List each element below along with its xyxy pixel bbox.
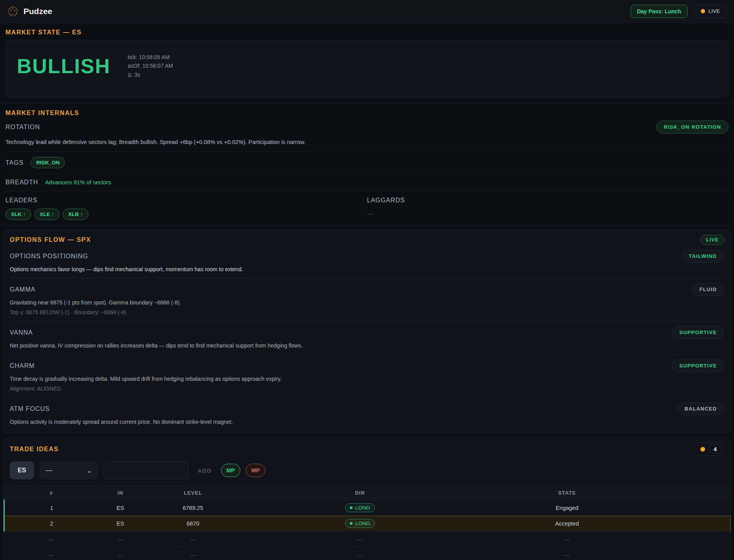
cell-num: 1: [4, 500, 99, 516]
vanna-badge: SUPPORTIVE: [672, 326, 724, 339]
cell-in: ES: [99, 500, 142, 516]
rotation-row: ROTATION RISK_ON ROTATION: [5, 121, 729, 133]
leaders-label: LEADERS: [5, 197, 367, 204]
trade-ideas-table: # IN LEVEL DIR STATE 1 ES 6789.25 LONG E…: [4, 486, 730, 560]
breadth-label: BREADTH: [5, 179, 38, 186]
market-state-title: MARKET STATE — ES: [5, 29, 729, 36]
mp-short-button[interactable]: MP: [246, 464, 265, 477]
options-positioning-text: Options mechanics favor longs — dips fin…: [10, 266, 724, 272]
options-flow-title: OPTIONS FLOW — SPX: [10, 236, 91, 243]
laggards-empty: —: [367, 210, 729, 217]
options-positioning-badge: TAILWIND: [682, 250, 724, 263]
cell-in: ES: [99, 516, 142, 531]
pudzee-logo-icon: [7, 5, 19, 17]
mp-long-button[interactable]: MP: [221, 464, 241, 477]
col-state: STATE: [476, 486, 658, 500]
charm-badge: SUPPORTIVE: [672, 359, 724, 372]
tick-time: tick: 10:58:05 AM: [128, 53, 173, 61]
trade-ideas-card: TRADE IDEAS 4 ES — ⌄ ADD MP MP # IN LEVE…: [3, 437, 731, 560]
charm-text: Time decay is gradually increasing delta…: [10, 376, 724, 382]
col-level: LEVEL: [142, 486, 244, 500]
market-state-meta: tick: 10:58:05 AM asOf: 10:58:07 AM Δ: 3…: [128, 53, 173, 79]
live-indicator: LIVE: [694, 4, 727, 18]
vanna-label: VANNA: [10, 329, 33, 336]
ideas-count-dot-icon: [700, 447, 705, 452]
col-dir: DIR: [244, 486, 476, 500]
market-internals-section: MARKET INTERNALS ROTATION RISK_ON ROTATI…: [0, 103, 734, 226]
options-positioning-label: OPTIONS POSITIONING: [10, 253, 88, 260]
atm-focus-badge: BALANCED: [677, 402, 724, 415]
options-positioning-block: OPTIONS POSITIONING TAILWIND Options mec…: [10, 245, 724, 278]
tags-label: TAGS: [5, 159, 23, 166]
breadth-value: Advancers 91% of sectors: [45, 179, 111, 185]
gamma-detail: Top γ: 6875 BELOW (-1) · Boundary: ~6868…: [10, 309, 724, 315]
cell-level: 6789.25: [142, 500, 244, 516]
rotation-text: Technology lead while defensive sectors …: [5, 133, 729, 152]
symbol-button[interactable]: ES: [10, 461, 34, 479]
breadth-row: BREADTH Advancers 91% of sectors: [5, 174, 729, 191]
ideas-count-value: 4: [709, 445, 721, 454]
rotation-label: ROTATION: [5, 124, 40, 131]
long-dot-icon: [350, 506, 353, 509]
leader-pill: XLK ↑: [5, 209, 31, 220]
charm-alignment: Alignment: ALIGNED: [10, 385, 724, 392]
cell-state: Engaged: [476, 500, 658, 516]
col-in: IN: [99, 486, 142, 500]
tag-pill: RISK_ON: [31, 157, 65, 168]
asof-time: asOf: 10:58:07 AM: [128, 61, 173, 70]
charm-block: CHARM SUPPORTIVE Time decay is gradually…: [10, 355, 724, 398]
options-flow-card: OPTIONS FLOW — SPX LIVE OPTIONS POSITION…: [3, 230, 731, 433]
trade-ideas-controls: ES — ⌄ ADD MP MP: [4, 457, 730, 486]
idea-type-select[interactable]: — ⌄: [40, 461, 98, 479]
charm-label: CHARM: [10, 362, 35, 369]
cell-num: 2: [4, 516, 99, 531]
table-header-row: # IN LEVEL DIR STATE: [4, 486, 731, 500]
gamma-text: Gravitating near 6875 (-1 pts from spot)…: [10, 299, 724, 306]
delta-time: Δ: 3s: [128, 70, 173, 79]
app-header: Pudzee Day Pass: Lunch LIVE: [0, 0, 734, 23]
leader-pill: XLE ↑: [34, 209, 60, 220]
laggards-column: LAGGARDS —: [367, 197, 729, 220]
market-state-section: MARKET STATE — ES BULLISH tick: 10:58:05…: [0, 23, 734, 103]
long-pill: LONG: [345, 503, 375, 512]
options-flow-title-row: OPTIONS FLOW — SPX LIVE: [10, 235, 724, 245]
table-row[interactable]: 1 ES 6789.25 LONG Engaged: [4, 500, 731, 516]
ideas-count-badge: 4: [694, 442, 724, 456]
rotation-badge: RISK_ON ROTATION: [656, 121, 729, 133]
gamma-badge: FLUID: [692, 283, 724, 296]
long-dot-icon: [350, 522, 353, 525]
atm-focus-block: ATM FOCUS BALANCED Options activity is m…: [10, 398, 724, 430]
add-button[interactable]: ADD: [194, 465, 216, 476]
vanna-block: VANNA SUPPORTIVE Net positive vanna. IV …: [10, 321, 724, 355]
tags-row: TAGS RISK_ON: [5, 152, 729, 174]
vanna-text: Net positive vanna. IV compression on ra…: [10, 342, 724, 349]
level-input[interactable]: [104, 461, 188, 479]
app-title: Pudzee: [23, 7, 52, 16]
market-internals-title: MARKET INTERNALS: [5, 110, 729, 117]
trade-ideas-header: TRADE IDEAS 4: [4, 438, 730, 457]
atm-focus-label: ATM FOCUS: [10, 405, 50, 412]
cell-level: 6870: [142, 516, 244, 531]
long-pill: LONG: [345, 519, 375, 528]
table-row-empty: —— —— —: [4, 547, 731, 560]
day-pass-badge: Day Pass: Lunch: [631, 5, 687, 18]
col-num: #: [4, 486, 99, 500]
trade-ideas-title: TRADE IDEAS: [10, 446, 59, 453]
atm-focus-text: Options activity is moderately spread ar…: [10, 419, 724, 425]
cell-state: Accepted: [476, 516, 658, 531]
cell-dir: LONG: [244, 500, 476, 516]
idea-type-select-value: —: [46, 466, 52, 474]
market-state-card: BULLISH tick: 10:58:05 AM asOf: 10:58:07…: [5, 40, 729, 97]
laggards-label: LAGGARDS: [367, 197, 729, 204]
options-flow-live-badge: LIVE: [700, 235, 724, 245]
leaders-column: LEADERS XLK ↑ XLE ↑ XLB ↑: [5, 197, 367, 220]
header-right: Day Pass: Lunch LIVE: [631, 4, 727, 18]
cell-dir: LONG: [244, 516, 476, 531]
leaders-pills: XLK ↑ XLE ↑ XLB ↑: [5, 209, 367, 220]
table-row-selected[interactable]: 2 ES 6870 LONG Accepted: [4, 516, 731, 531]
gamma-label: GAMMA: [10, 286, 35, 293]
options-flow-inner: OPTIONS FLOW — SPX LIVE OPTIONS POSITION…: [4, 230, 730, 433]
table-row-empty: —— —— —: [4, 531, 731, 547]
leaders-laggards-grid: LEADERS XLK ↑ XLE ↑ XLB ↑ LAGGARDS —: [5, 191, 729, 220]
chevron-down-icon: ⌄: [87, 467, 92, 474]
